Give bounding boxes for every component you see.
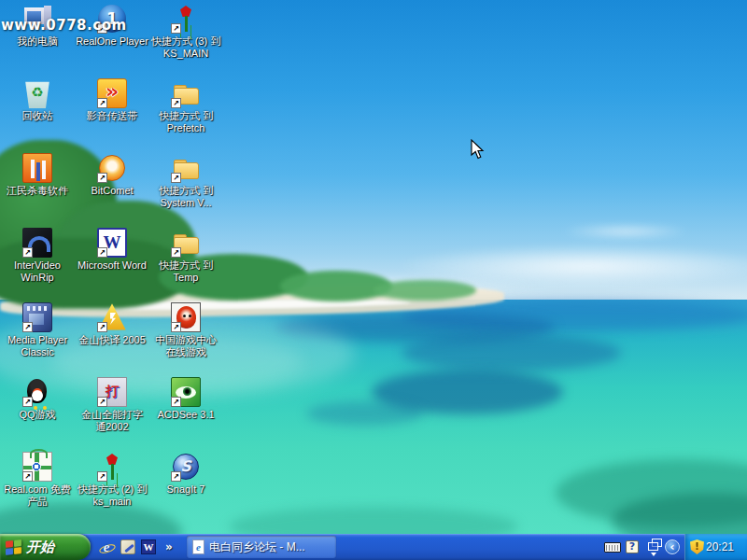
desktop-icon-snagit-7[interactable]: SnagIt 7 [148,452,223,496]
desktop-icon-media-player-classic[interactable]: Media Player Classic [0,302,75,358]
desktop-icon-acdsee-31[interactable]: ACDSee 3.1 [148,377,223,421]
desktop-icon-label: Media Player Classic [0,334,75,358]
shortcut-arrow-icon [97,247,107,258]
shortcut-arrow-icon [22,397,33,407]
quicklaunch-show-desktop-icon[interactable] [120,539,135,554]
desktop-icon-label: Real.com 免费产品 [0,483,75,508]
shortcut-arrow-icon [22,471,33,482]
desktop-icon-label: 金山全能打字 通2002 [75,409,149,433]
desktop-icon-jiangmin-antivirus[interactable]: 江民杀毒软件 [0,153,75,197]
wallpaper-seagrass [402,334,621,371]
quicklaunch-word-icon[interactable] [141,539,156,554]
input-keyboard-icon[interactable] [604,542,621,553]
desktop-icon-label: BitComet [75,185,149,197]
desktop-icon-bitcomet[interactable]: BitComet [75,153,149,197]
desktop-icon-label: 快捷方式 到 Temp [148,259,223,284]
desktop-icon-label: 快捷方式 (2) 到 ks_main [75,483,149,508]
start-button-label: 开始 [26,539,54,556]
desktop-icon-qq-games[interactable]: QQ游戏 [0,377,75,421]
shortcut-arrow-icon [171,98,181,108]
wallpaper-cloud [560,224,691,239]
shortcut-arrow-icon [22,247,33,258]
display-tray-icon[interactable] [648,539,661,550]
ie-page-icon [192,539,204,554]
desktop-icon-label: QQ游戏 [0,409,75,421]
shortcut-arrow-icon [97,173,107,183]
taskbar-task-button[interactable]: 电白同乡论坛 - M... [187,536,336,558]
shortcut-arrow-icon [171,247,181,258]
taskbar-clock[interactable]: 20:21 [706,540,745,553]
desktop-icon-label: ACDSee 3.1 [148,409,223,421]
shortcut-arrow-icon [97,98,107,108]
desktop-icon-label: 快捷方式 到 Prefetch [148,110,223,134]
desktop-icon-shortcut-2-ks-main[interactable]: 快捷方式 (2) 到 ks_main [75,452,149,508]
desktop-icon-label: 中国游戏中心 在线游戏 [148,334,223,358]
wallpaper-seagrass [306,401,423,426]
desktop-icon-microsoft-word[interactable]: Microsoft Word [75,228,149,272]
desktop-icon-label: SnagIt 7 [148,483,223,496]
desktop-icon-shortcut-temp[interactable]: 快捷方式 到 Temp [148,228,223,284]
desktop-icon-kingsoft-typing-2002[interactable]: 金山全能打字 通2002 [75,377,149,433]
screen: www.0778.com 我的电脑 RealOne Player 快捷方式 (3… [0,0,747,560]
desktop-icon-china-game-center[interactable]: 中国游戏中心 在线游戏 [148,302,223,358]
shortcut-arrow-icon [171,322,181,332]
desktop-icon-shortcut-3-ks-main[interactable]: 快捷方式 (3) 到 KS_MAIN [148,4,223,60]
desktop-icon-label: 快捷方式 到 System V... [148,185,223,209]
desktop-icon-label: 影音传送带 [75,110,149,122]
mouse-cursor [471,139,486,160]
shortcut-arrow-icon [171,397,181,407]
desktop-icon-label: RealOne Player [75,35,149,48]
windows-logo-icon [6,539,21,555]
quicklaunch-overflow-chevron[interactable]: » [165,539,173,554]
start-button[interactable]: 开始 [0,534,91,560]
hide-tray-icons-chevron[interactable] [665,539,680,554]
tray-dropdown-arrow-icon[interactable] [651,553,656,559]
desktop-icon-recycle-bin[interactable]: 回收站 [0,78,75,122]
shortcut-arrow-icon [97,397,107,407]
shortcut-arrow-icon [171,471,181,482]
recycle-icon [22,78,52,108]
desktop-icon-label: 江民杀毒软件 [0,185,75,197]
desktop-icon-label: 快捷方式 (3) 到 KS_MAIN [148,35,223,60]
shortcut-arrow-icon [171,173,181,183]
desktop-icon-label: 金山快译 2005 [75,334,149,346]
desktop-icon-label: Microsoft Word [75,259,149,272]
desktop-icon-kingsoft-kuaiyi-2005[interactable]: 金山快译 2005 [75,302,149,346]
input-help-icon[interactable] [626,540,639,553]
site-watermark: www.0778.com [1,17,127,34]
jiangmin-icon [22,153,52,183]
desktop-icon-intervideo-winrip[interactable]: InterVideo WinRip [0,228,75,284]
shortcut-arrow-icon [22,322,33,332]
wallpaper-trees [374,280,476,301]
desktop-icon-label: 回收站 [0,110,75,122]
desktop-icon-net-transport[interactable]: 影音传送带 [75,78,149,122]
shortcut-arrow-icon [97,322,107,332]
task-button-label: 电白同乡论坛 - M... [209,539,305,555]
desktop-icon-shortcut-system-v[interactable]: 快捷方式 到 System V... [148,153,223,209]
desktop-icon-real-com-products[interactable]: Real.com 免费产品 [0,452,75,508]
shortcut-arrow-icon [171,23,181,34]
desktop-icon-label: InterVideo WinRip [0,259,75,284]
shortcut-arrow-icon [97,471,107,482]
desktop-icon-shortcut-prefetch[interactable]: 快捷方式 到 Prefetch [148,78,223,134]
quicklaunch-internet-explorer-icon[interactable] [99,539,114,554]
desktop-icon-label: 我的电脑 [0,35,75,48]
